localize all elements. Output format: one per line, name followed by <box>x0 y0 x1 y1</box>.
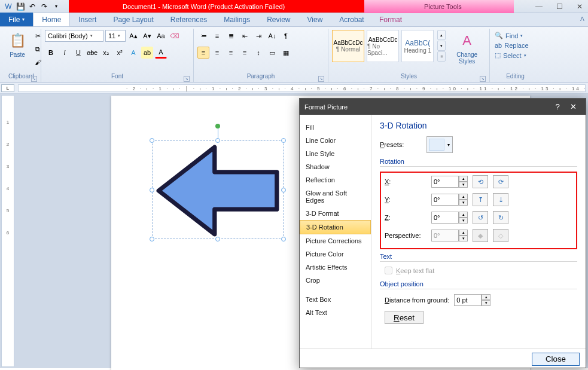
nav-picture-color[interactable]: Picture Color <box>300 247 371 261</box>
spin-down-icon[interactable]: ▾ <box>459 182 468 188</box>
y-rotation-input[interactable] <box>431 194 459 206</box>
bold-button[interactable]: B <box>45 47 57 59</box>
z-rotate-cw-button[interactable]: ↻ <box>493 211 508 224</box>
y-rotate-down-button[interactable]: ⤓ <box>493 193 508 206</box>
tab-selector[interactable]: L <box>1 84 14 92</box>
align-left-icon[interactable]: ≡ <box>197 47 209 59</box>
spin-down-icon[interactable]: ▾ <box>459 218 468 224</box>
references-tab[interactable]: References <box>162 13 215 26</box>
resize-handle-tm[interactable] <box>215 138 220 143</box>
z-rotation-input[interactable] <box>431 212 459 224</box>
change-styles-button[interactable]: A Change Styles <box>448 30 486 66</box>
styles-scroll-down-icon[interactable]: ▾ <box>437 41 446 51</box>
font-name-combo[interactable]: Calibri (Body) <box>45 30 103 42</box>
font-size-combo[interactable]: 11 <box>105 30 126 42</box>
redo-icon[interactable]: ↷ <box>39 2 49 11</box>
styles-dialog-launcher[interactable]: ↘ <box>480 76 486 82</box>
shading-icon[interactable]: ▭ <box>266 47 278 59</box>
line-spacing-icon[interactable]: ↕ <box>252 47 264 59</box>
close-window-button[interactable]: ✕ <box>575 2 584 11</box>
vertical-ruler[interactable]: 123456 <box>1 95 14 367</box>
paste-button[interactable]: 📋 Paste <box>5 30 29 59</box>
resize-handle-tl[interactable] <box>150 138 154 143</box>
clear-formatting-icon[interactable]: ⌫ <box>169 30 181 42</box>
change-case-icon[interactable]: Aa <box>155 30 167 42</box>
bullets-icon[interactable]: ≔ <box>197 30 209 42</box>
y-rotation-spinner[interactable]: ▴▾ <box>431 194 468 206</box>
rotation-handle[interactable] <box>215 124 220 129</box>
superscript-button[interactable]: x² <box>114 47 126 59</box>
spin-up-icon[interactable]: ▴ <box>459 194 468 200</box>
justify-icon[interactable]: ≡ <box>239 47 251 59</box>
file-tab[interactable]: File <box>0 13 33 26</box>
dialog-close-button[interactable]: ✕ <box>565 102 581 111</box>
selected-arrow-shape[interactable] <box>152 140 284 239</box>
nav-artistic-effects[interactable]: Artistic Effects <box>300 261 371 274</box>
x-rotation-input[interactable] <box>431 176 459 188</box>
spin-up-icon[interactable]: ▴ <box>482 294 490 300</box>
font-color-icon[interactable]: A <box>155 47 167 59</box>
spin-up-icon[interactable]: ▴ <box>459 176 468 182</box>
find-button[interactable]: 🔍Find▾ <box>493 31 530 40</box>
decrease-indent-icon[interactable]: ⇤ <box>239 30 251 42</box>
nav-alt-text[interactable]: Alt Text <box>300 306 371 319</box>
dialog-help-button[interactable]: ? <box>550 102 565 111</box>
nav-text-box[interactable]: Text Box <box>300 293 371 306</box>
grow-font-icon[interactable]: A▴ <box>127 30 139 42</box>
y-rotate-up-button[interactable]: ⤒ <box>473 193 488 206</box>
spin-down-icon[interactable]: ▾ <box>459 200 468 206</box>
undo-icon[interactable]: ↶ <box>28 2 37 11</box>
review-tab[interactable]: Review <box>258 13 298 26</box>
strikethrough-button[interactable]: abc <box>86 47 98 59</box>
align-right-icon[interactable]: ≡ <box>225 47 237 59</box>
nav-picture-corrections[interactable]: Picture Corrections <box>300 234 371 247</box>
nav-glow[interactable]: Glow and Soft Edges <box>300 186 371 207</box>
numbering-icon[interactable]: ≡ <box>211 30 223 42</box>
mailings-tab[interactable]: Mailings <box>215 13 258 26</box>
font-dialog-launcher[interactable]: ↘ <box>184 76 190 82</box>
distance-input[interactable] <box>454 294 482 306</box>
reset-button[interactable]: Reset <box>385 311 424 324</box>
insert-tab[interactable]: Insert <box>70 13 105 26</box>
styles-scroll-up-icon[interactable]: ▴ <box>437 30 446 40</box>
page-layout-tab[interactable]: Page Layout <box>105 13 162 26</box>
style-no-spacing[interactable]: AaBbCcDc¶ No Spaci... <box>367 30 399 62</box>
resize-handle-mr[interactable] <box>281 188 286 192</box>
presets-dropdown[interactable]: ▾ <box>426 136 453 153</box>
show-hide-icon[interactable]: ¶ <box>280 30 292 42</box>
qat-dropdown-icon[interactable]: ▾ <box>51 2 61 11</box>
nav-reflection[interactable]: Reflection <box>300 173 371 186</box>
select-button[interactable]: ⬚Select▾ <box>493 51 530 60</box>
minimize-button[interactable]: — <box>534 2 544 11</box>
paragraph-dialog-launcher[interactable]: ↘ <box>318 76 324 82</box>
spin-down-icon[interactable]: ▾ <box>482 300 490 306</box>
x-rotation-spinner[interactable]: ▴▾ <box>431 176 468 188</box>
view-tab[interactable]: View <box>299 13 331 26</box>
distance-spinner[interactable]: ▴▾ <box>454 294 490 306</box>
nav-crop[interactable]: Crop <box>300 274 371 287</box>
replace-button[interactable]: abReplace <box>493 41 530 50</box>
borders-icon[interactable]: ▦ <box>280 47 292 59</box>
highlight-icon[interactable]: ab <box>141 47 153 59</box>
format-tab[interactable]: Format <box>371 13 410 26</box>
style-heading-1[interactable]: AaBbC(Heading 1 <box>401 30 434 62</box>
resize-handle-bl[interactable] <box>150 237 154 241</box>
sort-icon[interactable]: A↓ <box>266 30 278 42</box>
nav-3d-rotation[interactable]: 3-D Rotation <box>300 220 371 234</box>
nav-fill[interactable]: Fill <box>300 121 371 134</box>
dialog-titlebar[interactable]: Format Picture ? ✕ <box>300 99 586 115</box>
italic-button[interactable]: I <box>59 47 71 59</box>
horizontal-ruler[interactable]: · 2 · ı · 1 · ı · │ · ı · 1 · ı · 2 · ı … <box>18 84 586 92</box>
increase-indent-icon[interactable]: ⇥ <box>252 30 264 42</box>
x-rotate-left-button[interactable]: ⟲ <box>473 175 488 188</box>
resize-handle-bm[interactable] <box>215 237 220 241</box>
nav-shadow[interactable]: Shadow <box>300 160 371 173</box>
minimize-ribbon-icon[interactable]: ᐱ <box>580 16 584 22</box>
x-rotate-right-button[interactable]: ⟳ <box>493 175 508 188</box>
text-effects-icon[interactable]: A <box>127 47 139 59</box>
resize-handle-br[interactable] <box>281 237 286 241</box>
clipboard-dialog-launcher[interactable]: ↘ <box>31 76 37 82</box>
z-rotate-ccw-button[interactable]: ↺ <box>473 211 488 224</box>
shrink-font-icon[interactable]: A▾ <box>141 30 153 42</box>
spin-up-icon[interactable]: ▴ <box>459 212 468 218</box>
